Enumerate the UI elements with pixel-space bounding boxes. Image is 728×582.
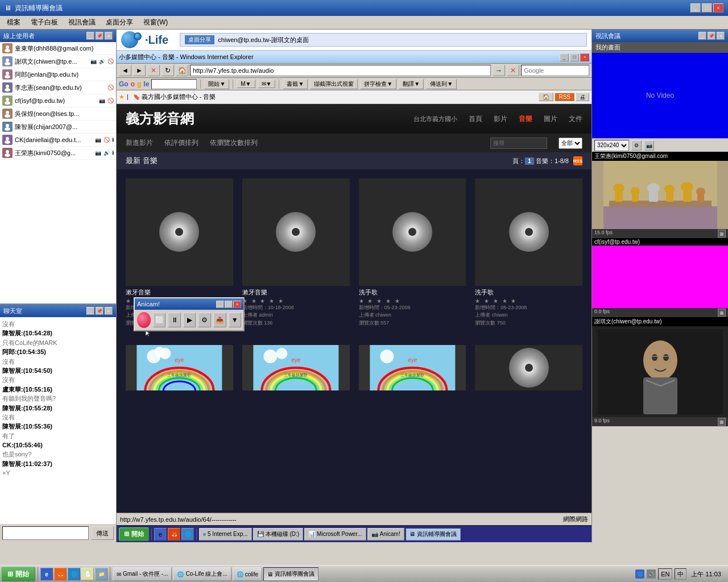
stop-button[interactable]: ⬜ [153,313,166,327]
music-item[interactable]: 洗手歌 ★ ★ ★ ★ ★ 新增時間：05-23-2008上傳者 chiwen瀏… [470,174,587,331]
popup-button[interactable]: 擷截彈出式視窗 [310,79,358,89]
mail-button[interactable]: ✉▼ [258,80,276,88]
taskbar-gmail[interactable]: ✉ Gmail - 收件匣 -... [113,567,172,581]
taskbar-colife[interactable]: 🌐 Co-Life 線上會... [173,567,231,581]
play-button[interactable]: ▶ [183,313,196,327]
spellcheck-button[interactable]: 拼字檢查▼ [360,79,396,89]
nav-docs[interactable]: 文件 [569,114,582,124]
chat-close[interactable]: × [105,307,113,315]
tray-volume[interactable]: 🔊 [647,569,656,579]
gmail-button[interactable]: M▼ [237,80,255,88]
tray-input-en[interactable]: EN [658,568,672,580]
address-bar[interactable] [190,65,491,76]
camera-settings-button[interactable]: ⚙ [631,140,642,151]
nav-music[interactable]: 音樂 [519,114,532,124]
menu-file[interactable]: 檔案 [2,16,25,28]
nav-home[interactable]: 首頁 [469,114,482,124]
start-button[interactable]: ⊞ 開始 [1,567,35,581]
print-button[interactable]: 🖨 [576,93,589,101]
quick-launch-ie[interactable]: e [154,528,167,541]
stop-button[interactable]: ✕ [147,65,160,76]
bookmark-item[interactable]: 🔖 義方國小多媒體中心 - 音樂 [131,92,218,102]
panel-close[interactable]: × [105,32,113,40]
taskbar-conf[interactable]: 🖥 資訊輔導團會議 [263,567,318,581]
stop-button2[interactable]: ✕ [507,65,519,76]
search-input[interactable] [521,65,589,76]
list-item[interactable]: CK(daniellai@tp.edu.t... 📷 🚫 ℹ [0,134,116,147]
right-close[interactable]: × [717,32,725,40]
browser-close[interactable]: × [580,53,589,61]
list-item[interactable]: 童東華(dhh888@gmail.com) [0,42,116,55]
task-conf[interactable]: 🖥 資訊輔導團會議 [406,528,461,541]
music-item[interactable]: 漱牙音樂 ★ ★ ★ ★ ★ 新增時間：10-18-2008上傳者 admin瀏… [238,174,354,331]
right-minimize[interactable]: _ [698,32,706,40]
task-drive[interactable]: 💾 本機磁碟 (D:) [253,528,303,541]
list-item[interactable]: 陳智展(chijan2007@... [0,120,116,134]
resolution-select[interactable]: 320x240 160x120 640x480 [594,140,629,151]
list-item[interactable]: 謝琪文(chiwen@tp.e... 📷 🔊 🚫 [0,55,116,68]
subnav-new[interactable]: 新進影片 [126,136,153,150]
quick-launch-firefox[interactable]: 🦊 [168,528,180,541]
quicklaunch-ie2[interactable]: 🌐 [68,568,80,580]
dropdown-button[interactable]: ▼ [229,313,242,327]
browser-minimize[interactable]: _ [560,53,569,61]
anicam-close[interactable]: × [233,301,241,308]
quick-launch-chrome[interactable]: 🌐 [181,528,194,541]
list-item[interactable]: 李忠憲(sean@tp.edu.tv) 🚫 [0,81,116,94]
go-button[interactable]: → [493,65,505,76]
google-search-input[interactable] [151,79,197,89]
rss-icon[interactable]: RSS [573,156,582,165]
list-item[interactable]: 阿郎(jenlan@tp.edu.tv) [0,68,116,81]
translate-button[interactable]: 翻譯▼ [399,79,424,89]
task-ie[interactable]: e 5 Internet Exp... [199,528,252,541]
record-button[interactable] [137,312,151,328]
chat-input[interactable] [2,526,89,540]
close-button[interactable]: × [713,3,723,13]
music-item[interactable]: 洗手歌 ★ ★ ★ ★ ★ 新增時間：05-23-2008上傳者 chiwen瀏… [354,174,471,331]
music-item[interactable]: eye 三年級快樂歌 [238,340,354,397]
subnav-rating[interactable]: 依評價排列 [164,136,198,150]
google-start-button[interactable]: 開始▼ [204,79,229,89]
menu-window[interactable]: 視窗(W) [139,16,172,28]
refresh-button[interactable]: ↻ [162,65,174,76]
tray-network[interactable]: 🌐 [635,569,644,579]
tray-input-zh[interactable]: 中 [675,568,686,580]
browser-maximize[interactable]: □ [570,53,579,61]
task-anicam[interactable]: 📷 Anicam! [367,528,404,541]
settings-button[interactable]: ⚙ [198,313,211,327]
home-button[interactable]: 🏠 [176,65,188,76]
rss-button[interactable]: RSS [555,93,574,101]
site-search-input[interactable] [490,138,547,149]
back-button[interactable]: ◄ [119,65,131,76]
menu-whiteboard[interactable]: 電子白板 [26,16,63,28]
quicklaunch-ie[interactable]: e [40,568,53,580]
menu-video-conf[interactable]: 視訊會議 [64,16,100,28]
chat-send-button[interactable]: 傳送 [91,526,114,540]
start-button-browser[interactable]: ⊞ 開始 [119,527,149,541]
output-button[interactable]: 📤 [213,313,226,327]
site-search-select[interactable]: 全部 [559,138,582,149]
minimize-button[interactable]: _ [690,3,701,13]
pause-button[interactable]: ⏸ [168,313,181,327]
anicam-minimize[interactable]: _ [216,301,224,308]
right-pin[interactable]: 📌 [708,32,715,40]
nav-pictures[interactable]: 圖片 [544,114,557,124]
list-item[interactable]: 吳保煌(neon@lses.tp... [0,107,116,120]
chat-minimize[interactable]: _ [86,307,94,315]
task-ppt[interactable]: 📊 Microsoft Power... [304,528,366,541]
panel-pin[interactable]: 📌 [96,32,104,40]
nav-movies[interactable]: 影片 [494,114,507,124]
send-button[interactable]: 傳送到▼ [426,79,457,89]
forward-button[interactable]: ► [133,65,146,76]
quicklaunch-firefox[interactable]: 🦊 [54,568,67,580]
music-item[interactable] [470,340,587,397]
music-item[interactable]: eye 三年級快樂歌 [121,340,238,397]
quicklaunch-doc[interactable]: 📄 [81,568,94,580]
bookmarks-button[interactable]: 書籤▼ [283,79,308,89]
video-toggle-button[interactable]: 📷 [644,140,654,151]
music-item[interactable]: eye 三年級快樂歌 [354,340,471,397]
panel-minimize[interactable]: _ [86,32,94,40]
chat-pin[interactable]: 📌 [96,307,104,315]
taskbar-colife2[interactable]: 🌐 colife [233,567,262,581]
anicam-maximize[interactable]: □ [225,301,233,308]
